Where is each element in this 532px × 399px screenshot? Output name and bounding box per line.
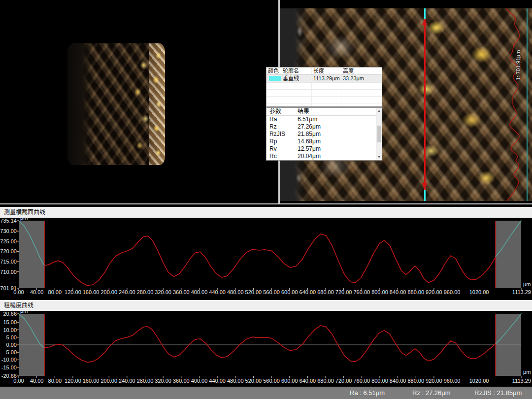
column-header-height[interactable]: 高度 (341, 67, 382, 74)
parameter-row[interactable]: Rz27.26μm (266, 123, 382, 131)
column-header-length[interactable]: 长度 (312, 67, 341, 74)
x-tick-label: 960.00 (444, 289, 461, 295)
parameter-row[interactable]: Rp14.68μm (266, 138, 382, 145)
x-tick-label: 560.00 (263, 289, 280, 295)
parameter-rows: Ra6.51μmRz27.26μmRzJIS21.85μmRp14.68μmRv… (266, 116, 382, 160)
x-tick-label: 0.00 (13, 378, 24, 384)
scroll-down-icon[interactable]: ▼ (377, 154, 381, 160)
x-tick-label: 640.00 (299, 289, 316, 295)
status-rzjis-value: RzJIS : 21.85μm (474, 387, 522, 399)
x-tick-label: 760.00 (353, 289, 370, 295)
x-tick-label: 680.00 (317, 378, 334, 384)
x-tick-label: 1113.29 (512, 289, 531, 295)
x-tick-label: 40.00 (30, 378, 44, 384)
x-tick-label: 760.00 (353, 378, 370, 384)
profile-table-header: 颜色 轮廓名 长度 高度 (266, 67, 382, 75)
x-tick-label: 520.00 (245, 378, 262, 384)
profile-height-cell: 33.23μm (341, 75, 382, 82)
profile-color-swatch (269, 76, 281, 81)
profile-table-empty-row (266, 90, 382, 97)
x-tick-label: 640.00 (299, 378, 316, 384)
column-header-profile-name[interactable]: 轮廓名 (281, 67, 312, 74)
specimen-lit-face (149, 43, 165, 165)
y-tick-label: -5.00 (4, 349, 17, 355)
column-header-color[interactable]: 颜色 (266, 67, 281, 74)
x-tick-label: 40.00 (30, 289, 44, 295)
profile-length-cell: 1113.29μm (312, 75, 341, 82)
baseline-cursor-line[interactable] (527, 8, 528, 201)
vertical-measure-line[interactable] (424, 8, 426, 201)
parameter-value: 21.85μm (298, 131, 352, 138)
profile-table-empty-row (266, 83, 382, 90)
measure-line-top-grip[interactable] (424, 8, 426, 19)
x-tick-label: 120.00 (65, 378, 81, 384)
parameter-name: Ra (266, 116, 298, 123)
x-tick-label: 920.00 (426, 378, 442, 384)
y-tick-label: 720.00 (0, 248, 17, 254)
y-tick-label: 10.00 (3, 327, 17, 333)
profile-table-row[interactable]: 垂直线 1113.29μm 33.23μm (266, 75, 382, 83)
x-tick-label: 320.00 (155, 378, 171, 384)
status-ra-value: Ra : 6.51μm (350, 387, 385, 399)
x-tick-label: 200.00 (100, 378, 117, 384)
parameter-row[interactable]: Rv12.57μm (266, 145, 382, 153)
measure-line-arrow-down (422, 183, 427, 190)
x-tick-label: 240.00 (119, 289, 135, 295)
scroll-up-icon[interactable]: ▲ (377, 108, 381, 113)
y-tick-label: 735.14 (0, 218, 17, 224)
excluded-zone (19, 221, 44, 288)
cross-section-chart-plot[interactable]: 735.14730.00725.00720.00715.00710.00701.… (0, 218, 532, 299)
y-tick-label: 715.00 (0, 259, 17, 265)
x-tick-label: 360.00 (173, 289, 190, 295)
x-tick-label: 880.00 (407, 289, 424, 295)
specimen-3d-object (67, 43, 165, 165)
profile-table-empty-row (266, 97, 382, 103)
x-tick-label: 560.00 (263, 378, 280, 384)
y-tick-label: -15.00 (1, 365, 17, 370)
parameter-row[interactable]: RzJIS21.85μm (266, 131, 382, 138)
x-tick-label: 400.00 (191, 289, 208, 295)
scrollbar-thumb[interactable] (377, 126, 381, 142)
x-tick-label: 80.00 (48, 289, 62, 295)
y-tick-label: 5.00 (6, 334, 17, 340)
column-header-result[interactable]: 结果 (298, 108, 352, 115)
parameter-row[interactable]: Rc20.04μm (266, 153, 382, 160)
parameter-table-scrollbar[interactable]: ▲ ▼ (376, 108, 382, 160)
parameter-value: 12.57μm (298, 145, 352, 153)
column-header-parameter[interactable]: 参数 (266, 108, 298, 115)
x-tick-label: 520.00 (245, 289, 262, 295)
excluded-zone (496, 221, 521, 288)
x-tick-label: 480.00 (227, 378, 244, 384)
x-tick-label: 0.00 (13, 289, 24, 295)
parameter-name: Rv (266, 145, 298, 153)
x-tick-label: 800.00 (371, 378, 388, 384)
profile-color-cell (266, 75, 281, 82)
x-tick-label: 80.00 (48, 378, 62, 384)
roughness-chart-plot[interactable]: 20.6615.0010.005.000.00-5.00-10.00-15.00… (0, 311, 532, 385)
roughness-chart-title: 粗糙度曲线 (0, 300, 532, 311)
top-section: 1: 701.91μm 颜色 轮廓名 长度 高度 垂直线 1113.29μm 3… (0, 0, 532, 203)
x-tick-label: 680.00 (317, 289, 334, 295)
x-tick-label: 960.00 (444, 378, 461, 384)
x-tick-label: 840.00 (390, 289, 406, 295)
profile-table: 颜色 轮廓名 长度 高度 垂直线 1113.29μm 33.23μm (266, 67, 382, 106)
parameter-row[interactable]: Ra6.51μm (266, 116, 382, 123)
x-tick-label: 160.00 (83, 289, 100, 295)
y-tick-label: 15.00 (3, 319, 17, 325)
x-tick-label: 1113.29 (512, 378, 531, 384)
profile-name-cell: 垂直线 (281, 75, 312, 82)
x-tick-label: 120.00 (65, 289, 81, 295)
parameter-table: 参数 结果 Ra6.51μmRz27.26μmRzJIS21.85μmRp14.… (266, 108, 382, 160)
measure-line-bottom-grip[interactable] (424, 190, 426, 201)
x-tick-label: 160.00 (83, 378, 100, 384)
measure-line-shaft (424, 19, 426, 190)
parameter-name: Rc (266, 153, 298, 160)
parameter-table-header: 参数 结果 (266, 108, 382, 116)
x-axis-unit: μm (523, 369, 531, 375)
baseline-label: 1: 701.91μm (515, 11, 521, 80)
parameter-value: 6.51μm (298, 116, 352, 123)
x-tick-label: 280.00 (137, 378, 154, 384)
x-tick-label: 360.00 (173, 378, 190, 384)
3d-viewport[interactable] (0, 0, 278, 203)
x-tick-label: 240.00 (119, 378, 135, 384)
